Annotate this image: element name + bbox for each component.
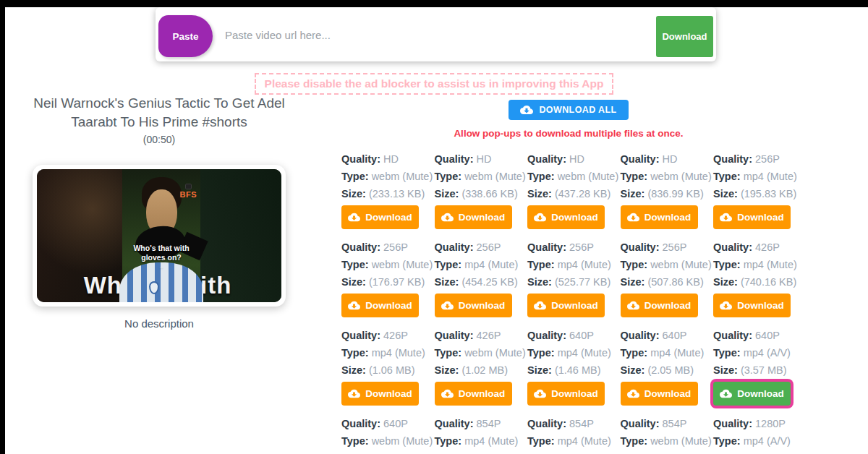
size-line: Size: (3.57 MB) xyxy=(713,364,807,376)
download-item-button[interactable]: Download xyxy=(435,382,512,406)
size-value: (176.97 KB) xyxy=(369,276,425,288)
download-item-label: Download xyxy=(737,212,784,223)
download-all-label: DOWNLOAD ALL xyxy=(539,105,616,115)
quality-label: Quality: xyxy=(713,418,752,429)
download-item-button[interactable]: Download xyxy=(341,294,419,317)
size-label: Size: xyxy=(435,276,459,288)
download-option: Quality: 426P Type: webm (Mute) Size: (1… xyxy=(435,330,528,418)
quality-label: Quality: xyxy=(341,153,380,165)
size-label: Size: xyxy=(621,188,645,200)
size-label: Size: xyxy=(435,364,459,376)
quality-value: 640P xyxy=(663,330,687,341)
quality-line: Quality: 854P xyxy=(621,418,714,429)
download-option: Quality: 256P Type: mp4 (Mute) Size: (52… xyxy=(527,241,621,330)
adblock-notice: Please disable the ad blocker to assist … xyxy=(255,73,614,95)
cloud-download-icon xyxy=(534,387,546,400)
quality-label: Quality: xyxy=(527,241,566,253)
quality-line: Quality: 640P xyxy=(621,330,714,341)
quality-label: Quality: xyxy=(341,418,380,429)
size-value: (233.13 KB) xyxy=(369,188,425,200)
download-option: Quality: 640P Type: mp4 (Mute) Size: (1.… xyxy=(527,330,621,418)
download-all-wrap: DOWNLOAD ALL xyxy=(341,100,796,120)
download-option: Quality: 256P Type: mp4 (Mute) Size: (45… xyxy=(435,241,528,330)
type-line: Type: webm (Mute) xyxy=(435,347,528,359)
download-item-button[interactable]: Download xyxy=(527,294,605,317)
thumbnail-blur-right: ith xyxy=(200,169,281,302)
type-line: Type: webm (Mute) xyxy=(435,171,528,182)
download-item-button[interactable]: Download xyxy=(713,205,791,229)
cloud-download-icon xyxy=(627,299,639,312)
type-value: webm (Mute) xyxy=(464,171,526,182)
download-item-button[interactable]: Download xyxy=(713,382,791,406)
type-value: webm (Mute) xyxy=(372,435,433,447)
popup-note: Allow pop-ups to download multiple files… xyxy=(341,128,796,139)
download-option: Quality: 426P Type: mp4 (Mute) Size: (74… xyxy=(713,241,807,330)
type-value: mp4 (Mute) xyxy=(464,435,518,447)
caption-subtext: ··· xyxy=(122,263,200,273)
size-label: Size: xyxy=(621,364,645,376)
download-item-button[interactable]: Download xyxy=(435,294,512,317)
download-item-button[interactable]: Download xyxy=(341,382,419,406)
bfs-watermark: BFS xyxy=(180,184,197,199)
quality-line: Quality: 256P xyxy=(621,241,714,253)
download-item-button[interactable]: Download xyxy=(527,205,605,229)
size-line: Size: (176.97 KB) xyxy=(341,276,435,288)
quality-label: Quality: xyxy=(341,241,380,253)
download-item-label: Download xyxy=(644,212,692,223)
video-thumbnail-card: Wh ith BFS Who's that with gloves on? xyxy=(33,165,286,307)
quality-value: 426P xyxy=(477,330,501,341)
adblock-notice-wrap: Please disable the ad blocker to assist … xyxy=(0,73,868,95)
top-black-edge xyxy=(0,0,868,7)
cloud-download-icon xyxy=(520,103,533,116)
type-label: Type: xyxy=(527,259,555,270)
size-line: Size: (195.83 KB) xyxy=(713,188,807,200)
download-item-button[interactable]: Download xyxy=(713,294,791,317)
video-description: No description xyxy=(22,317,297,330)
download-item-button[interactable]: Download xyxy=(621,205,698,229)
quality-line: Quality: 426P xyxy=(341,330,435,341)
type-value: webm (Mute) xyxy=(558,171,619,182)
type-value: mp4 (A/V) xyxy=(744,435,791,447)
download-item-button[interactable]: Download xyxy=(527,382,605,406)
download-item-button[interactable]: Download xyxy=(621,294,698,317)
quality-value: HD xyxy=(569,153,584,165)
bfs-logo-text: BFS xyxy=(180,190,197,199)
type-line: Type: mp4 (Mute) xyxy=(435,435,528,447)
cloud-download-icon xyxy=(720,211,732,223)
download-item-label: Download xyxy=(644,300,692,311)
type-line: Type: webm (Mute) xyxy=(341,259,435,270)
quality-line: Quality: 640P xyxy=(713,330,807,341)
quality-line: Quality: HD xyxy=(341,153,435,165)
quality-value: 256P xyxy=(663,241,687,253)
size-value: (454.25 KB) xyxy=(461,276,517,288)
quality-line: Quality: 854P xyxy=(527,418,621,429)
quality-line: Quality: 640P xyxy=(341,418,435,429)
quality-label: Quality: xyxy=(713,153,752,165)
type-label: Type: xyxy=(713,259,741,270)
size-value: (507.86 KB) xyxy=(647,276,703,288)
download-item-button[interactable]: Download xyxy=(341,205,419,229)
download-button[interactable]: Download xyxy=(656,16,713,57)
type-label: Type: xyxy=(341,259,369,270)
size-line: Size: (437.28 KB) xyxy=(527,188,621,200)
jersey-crest xyxy=(149,281,159,294)
bfs-logo-icon xyxy=(185,184,192,189)
download-option: Quality: 256P Type: webm (Mute) Size: (5… xyxy=(621,241,714,330)
download-option: Quality: HD Type: webm (Mute) Size: (836… xyxy=(621,153,714,241)
quality-line: Quality: 256P xyxy=(435,241,528,253)
download-option: Quality: HD Type: webm (Mute) Size: (233… xyxy=(341,153,435,241)
size-line: Size: (2.05 MB) xyxy=(621,364,714,376)
download-item-button[interactable]: Download xyxy=(621,382,698,406)
download-item-button[interactable]: Download xyxy=(435,205,512,229)
quality-value: 256P xyxy=(569,241,594,253)
quality-line: Quality: 854P xyxy=(435,418,528,429)
size-line: Size: (1.02 MB) xyxy=(435,364,528,376)
size-label: Size: xyxy=(341,188,366,200)
paste-button[interactable]: Paste xyxy=(158,15,213,57)
video-url-input[interactable] xyxy=(225,17,630,52)
download-all-button[interactable]: DOWNLOAD ALL xyxy=(509,100,628,120)
size-value: (1.46 MB) xyxy=(555,364,601,376)
type-label: Type: xyxy=(435,171,462,182)
quality-line: Quality: HD xyxy=(527,153,621,165)
size-line: Size: (1.46 MB) xyxy=(527,364,621,376)
